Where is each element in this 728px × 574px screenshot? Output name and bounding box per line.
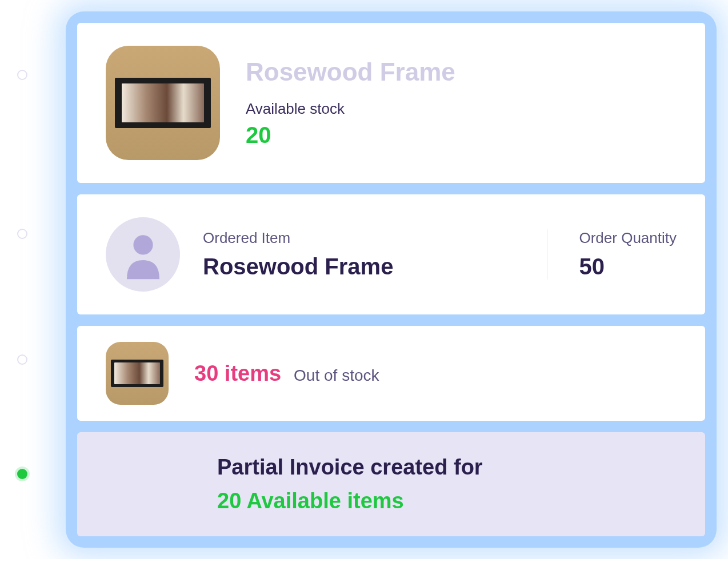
timeline-dot bbox=[17, 229, 27, 239]
product-title: Rosewood Frame bbox=[246, 58, 677, 86]
order-details: Ordered Item Rosewood Frame Order Quanti… bbox=[203, 229, 677, 280]
timeline-dot bbox=[17, 70, 27, 80]
invoice-title: Partial Invoice created for bbox=[217, 455, 483, 480]
shortage-card: 30 items Out of stock bbox=[77, 326, 705, 421]
order-quantity-col: Order Quantity 50 bbox=[547, 229, 677, 280]
shortage-info: 30 items Out of stock bbox=[194, 361, 379, 386]
ordered-item-label: Ordered Item bbox=[203, 229, 524, 247]
order-quantity-label: Order Quantity bbox=[579, 229, 677, 247]
product-image bbox=[106, 46, 220, 160]
shortage-status: Out of stock bbox=[294, 366, 379, 385]
svg-point-0 bbox=[133, 235, 153, 254]
order-card: Ordered Item Rosewood Frame Order Quanti… bbox=[77, 194, 705, 314]
customer-avatar bbox=[106, 217, 180, 292]
product-stock-card: Rosewood Frame Available stock 20 bbox=[77, 23, 705, 183]
invoice-items: 20 Available items bbox=[217, 489, 483, 513]
ordered-item-value: Rosewood Frame bbox=[203, 254, 524, 280]
cards-container: Rosewood Frame Available stock 20 Ordere… bbox=[66, 11, 717, 548]
ordered-item-col: Ordered Item Rosewood Frame bbox=[203, 229, 524, 280]
stock-label: Available stock bbox=[246, 100, 677, 118]
person-icon bbox=[116, 228, 170, 282]
invoice-card: Partial Invoice created for 20 Available… bbox=[77, 432, 705, 536]
product-info: Rosewood Frame Available stock 20 bbox=[246, 58, 677, 148]
product-image-small bbox=[106, 342, 169, 405]
stock-value: 20 bbox=[246, 122, 677, 148]
invoice-info: Partial Invoice created for 20 Available… bbox=[217, 455, 483, 513]
timeline-dot bbox=[17, 354, 27, 365]
shortage-count: 30 items bbox=[194, 361, 281, 386]
order-quantity-value: 50 bbox=[579, 254, 677, 280]
timeline-dot-active bbox=[17, 469, 27, 479]
